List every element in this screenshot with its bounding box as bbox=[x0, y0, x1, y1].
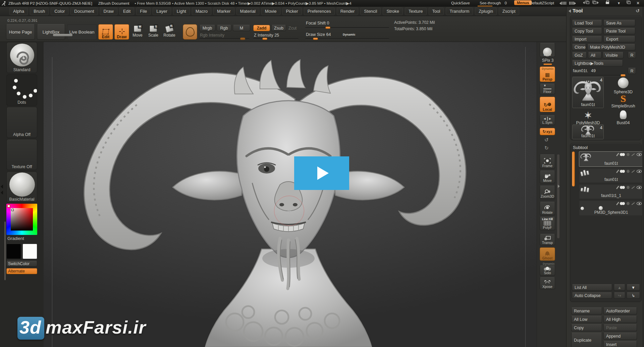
menu-tool[interactable]: Tool bbox=[429, 7, 444, 15]
menu-light[interactable]: Light bbox=[173, 7, 190, 15]
all-low-button[interactable]: All Low bbox=[571, 316, 602, 323]
draw-size-handle[interactable] bbox=[313, 38, 318, 40]
xpose-button[interactable]: Xpose bbox=[540, 277, 555, 289]
alpha-selector[interactable]: Alpha Off bbox=[6, 107, 37, 138]
minimize-icon[interactable]: ▼ bbox=[617, 1, 621, 5]
tool-r-button[interactable]: R bbox=[628, 68, 636, 74]
stroke-selector[interactable]: Dots bbox=[6, 75, 37, 106]
transp-button[interactable]: Transp bbox=[540, 234, 555, 245]
load-tool-button[interactable]: Load Tool bbox=[572, 20, 602, 26]
list-all-button[interactable]: List All bbox=[572, 284, 612, 291]
make-polymesh3d-button[interactable]: Make PolyMesh3D bbox=[587, 44, 635, 50]
subtool-row-3[interactable]: faun01t1_1 bbox=[579, 184, 643, 199]
tray-splitter-icon[interactable] bbox=[1, 185, 3, 189]
import-button[interactable]: Import bbox=[572, 36, 602, 42]
divider-right-icon[interactable] bbox=[569, 2, 576, 5]
menu-file[interactable]: File bbox=[136, 7, 151, 15]
zscript-button[interactable]: DefaultZScript bbox=[530, 1, 554, 5]
deform-icon[interactable] bbox=[632, 170, 635, 173]
menu-draw[interactable]: Draw bbox=[100, 7, 117, 15]
brush-icon[interactable] bbox=[616, 202, 619, 205]
deform-icon[interactable] bbox=[632, 202, 635, 205]
subtool-down-button[interactable]: ▼ bbox=[627, 284, 640, 291]
menu-marker[interactable]: Marker bbox=[213, 7, 234, 15]
move-viewport-button[interactable]: Move bbox=[540, 170, 555, 183]
uv-icon[interactable] bbox=[627, 153, 630, 156]
lock-icon[interactable] bbox=[606, 0, 609, 4]
eye-icon[interactable] bbox=[637, 153, 642, 156]
deform-icon[interactable] bbox=[632, 153, 635, 156]
menu-preferences[interactable]: Preferences bbox=[304, 7, 335, 15]
menu-zscript[interactable]: Zscript bbox=[499, 7, 519, 15]
menu-alpha[interactable]: Alpha bbox=[9, 7, 28, 15]
subtool-row-1[interactable]: faun01t bbox=[579, 151, 643, 167]
window-next-icon[interactable] bbox=[592, 1, 599, 4]
tray-splitter2-icon[interactable] bbox=[1, 191, 3, 195]
polyf-button[interactable]: Line Fill PolyF bbox=[540, 217, 555, 230]
z-intensity-slider[interactable] bbox=[253, 38, 299, 39]
zcut-button[interactable]: Zcut bbox=[288, 26, 297, 31]
autoreorder-button[interactable]: AutoReorder bbox=[603, 307, 637, 314]
subtool-row-2[interactable]: faun01t bbox=[579, 168, 643, 183]
copy-subtool-button[interactable]: Copy bbox=[571, 324, 602, 331]
lightbox-button[interactable]: LightBox bbox=[37, 24, 65, 40]
canvas-h-scrollbar[interactable] bbox=[53, 34, 72, 36]
focal-shift-handle[interactable] bbox=[325, 27, 330, 29]
quicksave-button[interactable]: QuickSave bbox=[451, 1, 470, 5]
menu-material[interactable]: Material bbox=[236, 7, 259, 15]
color-picker[interactable] bbox=[6, 204, 37, 235]
live-boolean-button[interactable]: Live Boolean bbox=[67, 24, 97, 40]
menu-movie[interactable]: Movie bbox=[261, 7, 280, 15]
brush-icon[interactable] bbox=[616, 169, 619, 173]
persp-button[interactable]: Dynamic ▦ Persp bbox=[540, 66, 555, 82]
zadd-button[interactable]: Zadd bbox=[253, 25, 270, 31]
menu-layer[interactable]: Layer bbox=[153, 7, 171, 15]
menu-render[interactable]: Render bbox=[337, 7, 359, 15]
menu-edit[interactable]: Edit bbox=[119, 7, 134, 15]
video-play-button[interactable] bbox=[294, 156, 349, 190]
menu-picker[interactable]: Picker bbox=[282, 7, 302, 15]
secondary-color-swatch[interactable] bbox=[22, 244, 37, 259]
spix-slider[interactable]: SPix 3 bbox=[538, 58, 557, 65]
subtool-row-4[interactable]: PM3D_Sphere3D1 bbox=[579, 200, 643, 216]
rgb-intensity-handle[interactable] bbox=[240, 38, 245, 40]
auto-collapse-button[interactable]: Auto Collapse bbox=[572, 292, 612, 299]
rgb-button[interactable]: Rgb bbox=[217, 25, 231, 31]
see-through-track[interactable] bbox=[478, 6, 492, 6]
tool-thumb-faun-large[interactable]: 4 faun01t bbox=[572, 77, 604, 108]
focal-shift-slider[interactable] bbox=[305, 27, 389, 28]
zsub-button[interactable]: Zsub bbox=[271, 25, 286, 31]
menu-stencil[interactable]: Stencil bbox=[360, 7, 381, 15]
solo-button[interactable]: Solo bbox=[540, 265, 555, 276]
alternate-button[interactable]: Alternate bbox=[6, 268, 37, 274]
divider-left-icon[interactable] bbox=[559, 2, 567, 5]
tool-thumb-sphere3d[interactable]: Sphere3D bbox=[610, 78, 637, 94]
subtool-scrollbar[interactable] bbox=[572, 151, 575, 187]
brush-icon[interactable] bbox=[616, 186, 619, 189]
zoom3d-button[interactable]: Zoom3D bbox=[540, 186, 555, 199]
menu-stroke[interactable]: Stroke bbox=[383, 7, 403, 15]
menus-button[interactable]: Menus bbox=[514, 0, 532, 5]
edit-button[interactable]: Edit bbox=[98, 24, 113, 40]
tool-thumb-simplebrush[interactable]: S SimpleBrush bbox=[610, 94, 637, 108]
rename-button[interactable]: Rename bbox=[571, 307, 602, 314]
paste-subtool-button[interactable]: Paste bbox=[603, 324, 637, 331]
switch-color-button[interactable]: SwitchColor bbox=[6, 261, 37, 266]
brush-icon[interactable] bbox=[616, 153, 619, 156]
z-intensity-handle[interactable] bbox=[262, 38, 267, 40]
all-button[interactable]: All bbox=[588, 52, 601, 58]
menu-document[interactable]: Document bbox=[70, 7, 98, 15]
bpr-button[interactable]: BPR bbox=[540, 43, 555, 57]
subtool-up-button[interactable]: ▲ bbox=[614, 284, 625, 291]
panel-collapse-icon[interactable] bbox=[569, 9, 571, 13]
spin-right-icon[interactable]: ↻ bbox=[544, 145, 549, 151]
panel-cycle-icon[interactable]: ↺ bbox=[636, 8, 640, 13]
menu-brush[interactable]: Brush bbox=[30, 7, 49, 15]
paste-tool-button[interactable]: Paste Tool bbox=[603, 28, 635, 34]
rotate-button[interactable]: R Rotate bbox=[162, 26, 176, 38]
tool-slider-handle[interactable] bbox=[621, 74, 626, 77]
draw-button[interactable]: Draw bbox=[114, 24, 129, 40]
home-page-button[interactable]: Home Page bbox=[6, 24, 35, 40]
scale-button[interactable]: S Scale bbox=[147, 26, 160, 38]
restore-icon[interactable] bbox=[627, 1, 631, 4]
